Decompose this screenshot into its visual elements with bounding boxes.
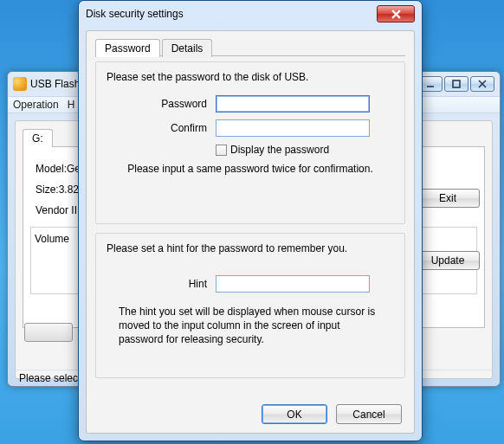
password-group: Please set the password to the disk of U… (95, 61, 405, 224)
confirm-input[interactable] (216, 119, 370, 137)
dialog-close-button[interactable] (377, 5, 415, 23)
close-icon (478, 80, 487, 88)
maximize-button[interactable] (444, 76, 468, 92)
cancel-button[interactable]: Cancel (336, 404, 402, 424)
dialog-buttons: OK Cancel (262, 404, 402, 424)
drive-tab[interactable]: G: (23, 129, 53, 147)
dialog-client: Password Details Please set the password… (86, 30, 415, 434)
menu-operation[interactable]: Operation (13, 99, 59, 111)
tab-details[interactable]: Details (162, 39, 213, 57)
display-password-label[interactable]: Display the password (230, 144, 329, 156)
display-password-checkbox[interactable] (216, 145, 227, 156)
display-password-row: Display the password (216, 144, 394, 156)
hint-label: Hint (141, 278, 207, 290)
maximize-icon (452, 80, 461, 88)
password-row: Password (141, 95, 394, 113)
close-button[interactable] (470, 76, 494, 92)
menu-help[interactable]: H (68, 99, 75, 111)
confirm-label: Confirm (141, 122, 207, 134)
unknown-button[interactable] (24, 323, 73, 342)
window-controls (418, 76, 494, 92)
tabstrip: Password Details (95, 38, 405, 56)
password-label: Password (141, 98, 207, 110)
ok-button[interactable]: OK (262, 404, 327, 424)
update-button[interactable]: Update (416, 251, 480, 270)
dialog-title: Disk security settings (86, 8, 184, 20)
minimize-icon (426, 80, 435, 88)
hint-note: The hint you set will be displayed when … (119, 305, 387, 347)
hint-lead: Please set a hint for the password to re… (107, 242, 394, 254)
hint-input[interactable] (216, 275, 370, 293)
app-icon (13, 77, 27, 91)
confirm-note: Please input a same password twice for c… (107, 163, 394, 175)
password-lead: Please set the password to the disk of U… (107, 71, 394, 83)
hint-group: Please set a hint for the password to re… (95, 233, 405, 378)
close-icon (391, 10, 401, 19)
svg-rect-1 (453, 80, 460, 87)
password-input[interactable] (216, 95, 370, 113)
tab-password[interactable]: Password (95, 39, 160, 57)
right-column: Exit Update (416, 189, 480, 270)
dialog-titlebar[interactable]: Disk security settings (79, 1, 422, 27)
hint-row: Hint (141, 275, 394, 293)
exit-button[interactable]: Exit (416, 189, 480, 208)
confirm-row: Confirm (141, 119, 394, 137)
disk-security-dialog: Disk security settings Password Details … (78, 0, 423, 441)
